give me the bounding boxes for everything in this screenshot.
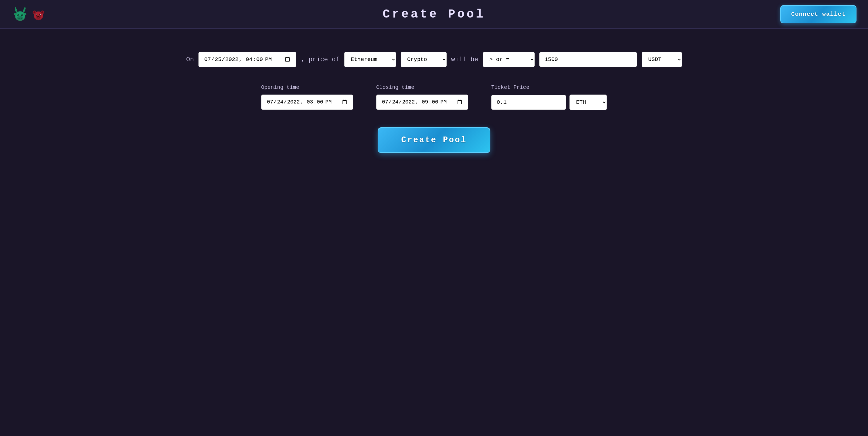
ticket-price-section: Ticket Price ETH USDT BTC [491,85,607,110]
page-title: Create Pool [383,7,486,21]
ticket-currency-select[interactable]: ETH USDT BTC [569,95,607,110]
opening-time-field: Opening time [261,85,353,110]
connect-wallet-button[interactable]: Connect wallet [780,5,857,23]
ticket-price-inputs: ETH USDT BTC [491,95,607,110]
closing-time-input[interactable] [376,95,468,110]
bull-icon [11,6,29,23]
price-input[interactable] [539,52,637,67]
create-pool-button[interactable]: Create Pool [378,127,490,153]
svg-point-2 [17,16,23,20]
svg-point-4 [21,18,22,19]
asset-select[interactable]: Ethereum Bitcoin Chainlink [344,52,396,67]
condition-select[interactable]: > or = > < or = < = [483,52,535,67]
svg-point-14 [37,16,39,17]
opening-time-input[interactable] [261,95,353,110]
svg-point-7 [18,15,19,15]
svg-point-17 [36,14,37,15]
header: Create Pool Connect wallet [0,0,868,29]
ticket-price-label: Ticket Price [491,85,607,91]
prediction-currency-select[interactable]: USDT USD ETH BTC [642,52,682,67]
opening-time-label: Opening time [261,85,353,91]
on-label: On [186,56,194,63]
svg-point-8 [22,15,23,15]
svg-point-18 [40,14,40,15]
svg-point-3 [19,18,20,19]
type-select[interactable]: Crypto Stock Forex [401,52,447,67]
svg-point-21 [33,11,35,13]
closing-time-label: Closing time [376,85,468,91]
prediction-row: On , price of Ethereum Bitcoin Chainlink… [186,52,682,67]
main-content: On , price of Ethereum Bitcoin Chainlink… [0,29,868,170]
logo-area [11,6,46,23]
bear-icon [30,6,46,22]
ticket-price-input[interactable] [491,95,566,110]
will-be-label: will be [451,56,478,63]
price-of-label: , price of [301,56,339,63]
svg-point-22 [41,11,43,13]
prediction-date-input[interactable] [198,52,296,67]
closing-time-field: Closing time [376,85,468,110]
timing-section: Opening time Closing time Ticket Price E… [261,85,607,110]
